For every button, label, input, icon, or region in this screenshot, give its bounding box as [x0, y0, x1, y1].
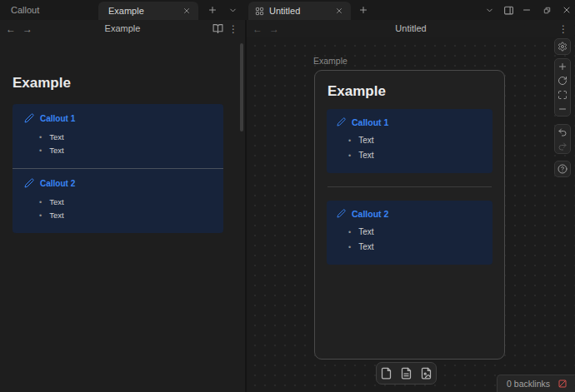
redo-icon — [558, 141, 568, 151]
view-title: Example — [0, 20, 245, 37]
list-item-text: Text — [49, 197, 63, 206]
tab-list-button[interactable] — [480, 2, 498, 18]
backlinks-count[interactable]: 0 backlinks — [507, 379, 550, 389]
tab-example[interactable]: Example — [98, 2, 198, 20]
tab-untitled[interactable]: Untitled — [248, 2, 351, 20]
list-item-text: Text — [49, 211, 63, 220]
tab-list-button[interactable] — [223, 2, 242, 18]
tab-example-label: Example — [108, 6, 180, 16]
list-item: •Text — [348, 148, 482, 163]
callout-title-text: Callout 2 — [40, 179, 75, 188]
canvas-settings-button[interactable] — [555, 39, 570, 54]
bullet-list: •Text •Text — [24, 131, 212, 157]
undo-button[interactable] — [555, 125, 570, 139]
callout-title-text: Callout 2 — [352, 209, 388, 219]
view-title: Untitled — [247, 20, 575, 37]
zoom-out-button[interactable] — [555, 102, 570, 116]
view-header-right: Untitled ← → ⋮ — [247, 20, 575, 37]
tab-bar: Callout Example Untitled — [0, 0, 575, 20]
callout-title-text: Callout 1 — [40, 114, 75, 123]
editor-scrollbar[interactable] — [240, 43, 243, 131]
callout-title: Callout 1 — [337, 116, 482, 128]
callout-1: Callout 1 •Text •Text — [327, 109, 492, 173]
callout-2: Callout 2 •Text •Text — [327, 201, 492, 265]
sync-error-icon[interactable] — [558, 379, 568, 389]
file-image-icon — [420, 367, 432, 380]
window-title: Callout — [11, 0, 39, 20]
more-options-button[interactable]: ⋮ — [228, 20, 238, 37]
window-restore-button[interactable] — [538, 2, 556, 18]
list-item: •Text — [348, 133, 482, 148]
window-close-button[interactable] — [558, 2, 575, 18]
add-card-button[interactable] — [380, 367, 393, 380]
close-icon — [335, 7, 343, 15]
redo-button[interactable] — [555, 139, 570, 153]
new-tab-button[interactable] — [354, 2, 372, 18]
help-button[interactable] — [555, 161, 570, 176]
nav-forward-button[interactable]: → — [22, 20, 32, 37]
markdown-editor-pane[interactable]: Example Callout 1 •Text •Text Callout 2 — [0, 37, 245, 392]
bullet-list: •Text •Text — [337, 133, 482, 163]
nav-back-button[interactable]: ← — [6, 20, 16, 37]
sidebar-right-icon — [503, 5, 514, 16]
view-header-left: Example ← → ⋮ — [0, 20, 245, 37]
bullet-icon: • — [348, 243, 351, 251]
add-note-button[interactable] — [400, 367, 413, 380]
callout-1: Callout 1 •Text •Text — [12, 104, 223, 168]
callout-title[interactable]: Callout 1 — [24, 112, 212, 124]
new-tab-button[interactable] — [203, 2, 222, 18]
bullet-icon: • — [39, 211, 42, 220]
bullet-icon: • — [348, 136, 351, 145]
file-icon — [380, 367, 392, 380]
list-item-text: Text — [49, 132, 63, 141]
callout-title-text: Callout 1 — [352, 117, 388, 127]
bullet-icon: • — [39, 133, 42, 141]
close-tab-button[interactable] — [180, 4, 193, 17]
reading-view-toggle-button[interactable] — [212, 20, 223, 37]
list-item: •Text — [39, 209, 212, 222]
tab-untitled-label: Untitled — [269, 6, 332, 16]
zoom-to-fit-button[interactable] — [555, 87, 570, 102]
window-minimize-button[interactable] — [518, 2, 536, 18]
file-text-icon — [400, 367, 412, 380]
canvas-card-toolbar — [376, 362, 437, 385]
callout-title[interactable]: Callout 2 — [24, 177, 212, 189]
list-item-text: Text — [49, 146, 63, 155]
list-item-text: Text — [358, 227, 373, 236]
pencil-icon — [337, 209, 346, 218]
canvas-pane[interactable]: Example Example Callout 1 •Text •Text Ca… — [247, 37, 575, 392]
frame-corners-icon — [558, 90, 568, 100]
close-tab-button[interactable] — [332, 4, 346, 17]
zoom-in-button[interactable] — [555, 59, 570, 73]
list-item-text: Text — [358, 242, 373, 251]
note-heading: Example — [12, 75, 71, 92]
minimize-icon — [522, 5, 532, 15]
nav-forward-button[interactable]: → — [269, 20, 279, 37]
canvas-file-icon — [255, 7, 264, 16]
pencil-icon — [24, 178, 34, 188]
list-item-text: Text — [358, 136, 373, 145]
list-item: •Text — [348, 225, 482, 240]
card-heading: Example — [328, 82, 492, 101]
callout-title: Callout 2 — [337, 207, 482, 220]
nav-back-button[interactable]: ← — [252, 20, 262, 37]
more-options-button[interactable]: ⋮ — [558, 20, 568, 37]
toggle-right-sidebar-button[interactable] — [499, 2, 518, 18]
zoom-reset-button[interactable] — [555, 73, 570, 87]
list-item: •Text — [39, 144, 212, 157]
bullet-icon: • — [348, 228, 351, 236]
status-bar: 0 backlinks — [497, 375, 575, 392]
close-icon — [562, 5, 572, 15]
plus-icon — [358, 5, 368, 15]
horizontal-rule — [328, 186, 492, 187]
callout-group: Callout 1 •Text •Text Callout 2 •Text •T… — [12, 104, 223, 233]
restore-icon — [542, 6, 552, 15]
add-media-button[interactable] — [420, 367, 433, 380]
bullet-icon: • — [39, 198, 42, 206]
canvas-note-card[interactable]: Example Callout 1 •Text •Text Callout 2 — [314, 70, 505, 360]
book-open-icon — [212, 23, 223, 34]
pencil-icon — [337, 117, 346, 127]
list-item: •Text — [348, 240, 482, 255]
list-item: •Text — [39, 196, 212, 209]
bullet-list: •Text •Text — [24, 196, 212, 222]
